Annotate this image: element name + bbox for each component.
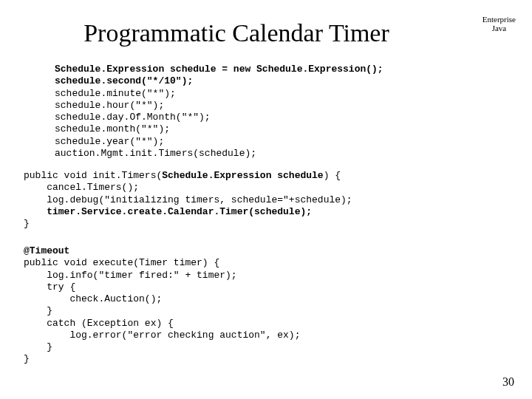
code-line: } bbox=[24, 341, 52, 352]
code-line: schedule.hour("*"); bbox=[55, 100, 164, 111]
code-line: check.Auction(); bbox=[24, 293, 162, 304]
code-line: auction.Mgmt.init.Timers(schedule); bbox=[55, 148, 256, 159]
code-line: Schedule.Expression schedule = new Sched… bbox=[55, 64, 383, 75]
code-line: ) { bbox=[324, 170, 341, 181]
code-line: cancel.Timers(); bbox=[24, 182, 139, 193]
code-line: @Timeout bbox=[24, 245, 69, 256]
corner-label: Enterprise Java bbox=[482, 15, 516, 33]
code-line: catch (Exception ex) { bbox=[24, 318, 174, 329]
code-line: schedule.year("*"); bbox=[55, 136, 164, 147]
code-line: log.info("timer fired:" + timer); bbox=[24, 270, 237, 281]
code-line: } bbox=[24, 353, 30, 364]
code-line: schedule.minute("*"); bbox=[55, 88, 176, 99]
code-block-3: @Timeout public void execute(Timer timer… bbox=[24, 245, 300, 366]
code-line: log.error("error checking auction", ex); bbox=[24, 330, 300, 341]
code-line: log.debug("initializing timers, schedule… bbox=[24, 194, 352, 205]
code-line: schedule.day.Of.Month("*"); bbox=[55, 112, 211, 123]
code-block-1: Schedule.Expression schedule = new Sched… bbox=[55, 64, 383, 160]
code-line: } bbox=[24, 305, 52, 316]
slide-title: Programmatic Calendar Timer bbox=[0, 19, 473, 47]
code-line: schedule.second("*/10"); bbox=[55, 75, 193, 86]
code-line: timer.Service.create.Calendar.Timer(sche… bbox=[24, 206, 312, 217]
code-line: Schedule.Expression schedule bbox=[162, 170, 323, 181]
code-block-2: public void init.Timers(Schedule.Express… bbox=[24, 170, 352, 230]
corner-line1: Enterprise bbox=[482, 15, 516, 24]
code-line: public void execute(Timer timer) { bbox=[24, 257, 219, 268]
corner-line2: Java bbox=[482, 24, 516, 33]
code-line: try { bbox=[24, 282, 75, 293]
code-line: } bbox=[24, 218, 30, 229]
slide: Enterprise Java Programmatic Calendar Ti… bbox=[0, 0, 532, 399]
code-line: public void init.Timers( bbox=[24, 170, 162, 181]
page-number: 30 bbox=[502, 375, 514, 389]
code-line: schedule.month("*"); bbox=[55, 123, 170, 134]
